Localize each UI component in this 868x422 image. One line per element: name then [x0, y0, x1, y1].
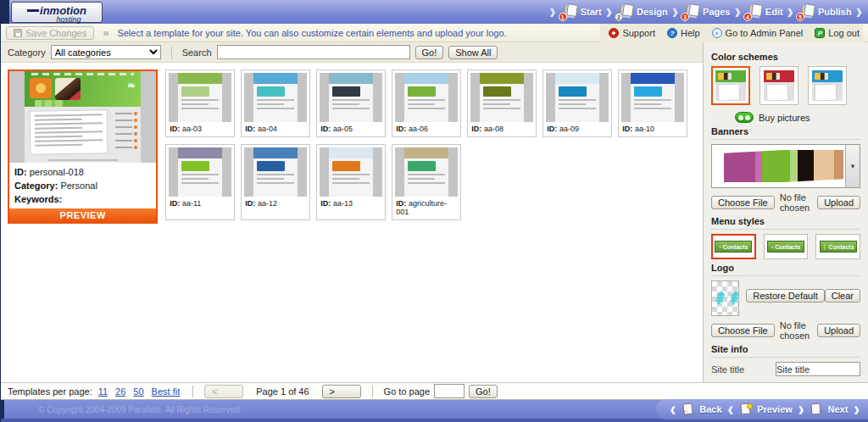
template-thumbnail	[546, 73, 609, 122]
selected-template-card[interactable]: ❧	[8, 69, 158, 224]
template-browser: ❧	[1, 63, 703, 386]
per-page-50[interactable]: 50	[133, 386, 143, 397]
site-title-input[interactable]	[776, 362, 860, 376]
buy-pictures-icon	[735, 112, 754, 123]
template-thumbnail	[169, 147, 231, 197]
template-card-aa-10[interactable]: ID: aa-10	[618, 69, 687, 137]
banner-dropdown-arrow-icon[interactable]: ▾	[845, 145, 860, 187]
next-button[interactable]: → Next	[810, 403, 848, 416]
nav-step-design[interactable]: › 2 Design	[602, 3, 668, 20]
banner-upload-button[interactable]: Upload	[817, 196, 860, 209]
save-changes-button[interactable]: Save Changes	[6, 26, 94, 40]
banner-file-row: Choose File No file chosen Upload	[711, 192, 860, 213]
footer-left-edge	[1, 400, 4, 419]
site-title-label: Site title	[711, 364, 744, 375]
site-title-row: Site title	[711, 362, 860, 376]
per-page-label: Templates per page:	[8, 386, 92, 397]
banner-choose-file-button[interactable]: Choose File	[711, 196, 775, 209]
template-card-aa-12[interactable]: ID: aa-12	[241, 144, 310, 220]
per-page-11[interactable]: 11	[98, 386, 108, 397]
chevron-separator-icon: ›	[735, 3, 741, 22]
banner-selector[interactable]: ▾	[711, 144, 860, 188]
template-card-agriculture-001[interactable]: ID: agriculture-001	[392, 144, 461, 220]
template-card-aa-08[interactable]: ID: aa-08	[467, 69, 537, 137]
menu-style-arrow[interactable]: ›Contacts	[711, 234, 756, 259]
nav-step-publish[interactable]: › 5 Publish	[783, 3, 852, 20]
template-thumbnail	[395, 73, 458, 122]
logout-link[interactable]: P Log out	[815, 28, 860, 38]
buy-pictures-link[interactable]: Buy pictures	[735, 112, 860, 123]
chevron-separator-icon: ›	[856, 3, 862, 22]
template-card-aa-03[interactable]: ID: aa-03	[165, 69, 235, 137]
help-icon: ?	[667, 28, 677, 38]
template-card-aa-05[interactable]: ID: aa-05	[316, 69, 386, 137]
template-card-aa-04[interactable]: ID: aa-04	[241, 69, 310, 137]
color-scheme-blue[interactable]	[808, 66, 847, 105]
template-grid: ID: aa-03 ID: aa-04 ID: aa-05 ID: aa-06 …	[165, 69, 703, 220]
nav-step-start[interactable]: › 1 Start	[545, 3, 601, 20]
per-page-best-fit[interactable]: Best fit	[152, 386, 181, 397]
selected-template-info: ID: personal-018 Category: Personal Keyw…	[9, 163, 156, 208]
template-id: aa-10	[635, 125, 654, 133]
divider	[171, 46, 172, 59]
edit-step-icon: 4	[745, 4, 762, 19]
template-id: aa-11	[182, 199, 201, 208]
search-go-button[interactable]: Go!	[415, 46, 444, 59]
help-link[interactable]: ? Help	[667, 28, 700, 38]
template-thumbnail	[470, 73, 533, 122]
template-card-aa-11[interactable]: ID: aa-11	[165, 144, 235, 220]
menu-style-bar[interactable]: ❘Contacts	[815, 234, 860, 259]
template-card-aa-09[interactable]: ID: aa-09	[542, 69, 612, 137]
category-select[interactable]: All categories	[51, 45, 161, 59]
prev-page-button[interactable]: <	[204, 385, 243, 398]
action-toolbar: Save Changes » Select a template for you…	[1, 24, 868, 42]
goto-page-input[interactable]	[434, 384, 465, 398]
template-card-aa-06[interactable]: ID: aa-06	[392, 69, 461, 137]
goto-page-label: Go to page	[384, 386, 430, 397]
logo-section: ⇞⇞ Restore Default Clear	[711, 280, 860, 316]
selected-template-thumbnail: ❧	[9, 71, 156, 163]
logo-choose-file-button[interactable]: Choose File	[711, 324, 775, 337]
page-indicator: Page 1 of 46	[256, 386, 309, 397]
footer-bar: © Copyright 2004-2009 Parallels. All Rig…	[1, 400, 868, 422]
search-input[interactable]	[217, 45, 410, 59]
color-scheme-red[interactable]	[760, 66, 798, 105]
copyright-text: © Copyright 2004-2009 Parallels. All Rig…	[38, 405, 242, 414]
selected-template-id: personal-018	[30, 167, 84, 177]
logo-file-row: Choose File No file chosen Upload	[711, 320, 860, 341]
chevron-left-icon: ‹	[670, 400, 676, 419]
logo-upload-button[interactable]: Upload	[817, 324, 860, 337]
template-logo-glyph: ❧	[127, 80, 136, 92]
preview-button[interactable]: PREVIEW	[9, 208, 156, 222]
support-link[interactable]: Support	[609, 28, 655, 38]
next-page-button[interactable]: >	[322, 385, 361, 398]
template-card-aa-13[interactable]: ID: aa-13	[316, 144, 386, 220]
wizard-steps-nav: › 1 Start › 2 Design › 3 Pages › 4 Edit …	[545, 0, 868, 24]
back-button[interactable]: ← Back	[682, 403, 721, 416]
goto-go-button[interactable]: Go!	[469, 385, 498, 398]
preview-icon	[739, 403, 753, 416]
chevron-right-icon: ›	[854, 400, 860, 419]
template-id: aa-09	[559, 125, 579, 133]
color-scheme-green[interactable]	[711, 66, 750, 105]
clear-button[interactable]: Clear	[825, 289, 860, 303]
category-label: Category	[8, 47, 46, 58]
menu-style-bullet[interactable]: •Contacts	[764, 234, 809, 259]
nav-step-pages[interactable]: › 3 Pages	[668, 3, 731, 20]
preview-button-footer[interactable]: Preview	[739, 403, 793, 416]
per-page-26[interactable]: 26	[115, 386, 125, 397]
admin-panel-link[interactable]: › Go to Admin Panel	[712, 28, 804, 38]
template-id: aa-05	[333, 125, 353, 133]
restore-default-button[interactable]: Restore Default	[746, 289, 824, 303]
content-area: ❧	[1, 63, 868, 386]
top-header: inmotion hosting › 1 Start › 2 Design › …	[1, 0, 868, 24]
chevron-separator-icon: ›	[549, 3, 555, 22]
footer-nav: ‹ ← Back ‹ Preview › → Next ›	[656, 399, 868, 419]
site-info-heading: Site info	[711, 344, 860, 358]
double-arrow-icon: »	[103, 26, 108, 39]
nav-step-edit[interactable]: › 4 Edit	[731, 3, 783, 20]
show-all-button[interactable]: Show All	[448, 46, 498, 59]
logo-thumbnail: ⇞⇞	[711, 280, 739, 316]
pagination-bar: Templates per page: 11 26 50 Best fit < …	[1, 382, 868, 400]
toolbar-right-links: Support ? Help › Go to Admin Panel P Log…	[600, 24, 863, 42]
